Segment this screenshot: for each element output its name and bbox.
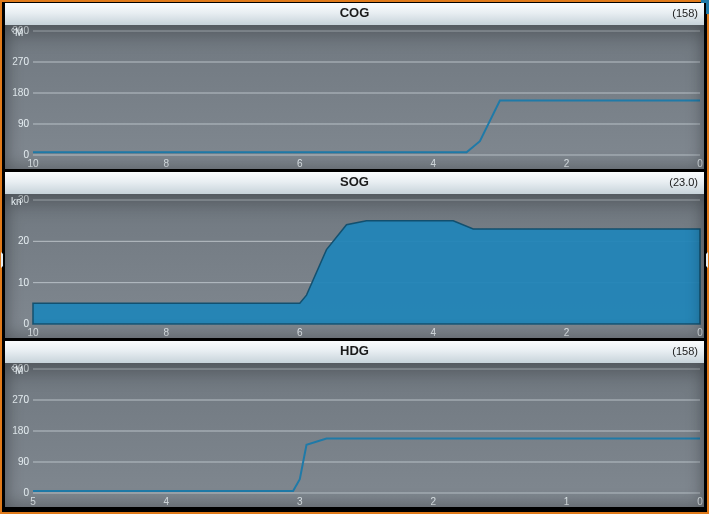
svg-text:10: 10 <box>18 277 30 288</box>
unit-label: °M <box>11 365 23 376</box>
panel-header: HDG (158) <box>5 341 704 364</box>
svg-text:5: 5 <box>30 496 36 507</box>
panel-hdg: HDG (158) °M 090180270360543210 <box>3 341 706 509</box>
svg-text:6: 6 <box>297 158 303 169</box>
svg-text:2: 2 <box>430 496 436 507</box>
svg-text:6: 6 <box>297 327 303 338</box>
panel-header: SOG (23.0) <box>5 172 704 195</box>
panel-title: HDG <box>5 343 704 358</box>
panel-title: COG <box>5 5 704 20</box>
svg-text:180: 180 <box>12 87 29 98</box>
chart-svg: 090180270360543210 <box>5 363 704 507</box>
panel-current-value: (158) <box>672 7 698 19</box>
svg-text:0: 0 <box>697 327 703 338</box>
unit-label: kn <box>11 196 22 207</box>
plot-area[interactable]: °M 0901802703601086420 <box>5 25 704 169</box>
svg-text:90: 90 <box>18 456 30 467</box>
svg-text:270: 270 <box>12 56 29 67</box>
svg-text:4: 4 <box>164 496 170 507</box>
chart-svg: 01020301086420 <box>5 194 704 338</box>
svg-text:4: 4 <box>430 327 436 338</box>
unit-label: °M <box>11 27 23 38</box>
svg-text:1: 1 <box>564 496 570 507</box>
svg-text:10: 10 <box>27 158 39 169</box>
svg-text:0: 0 <box>23 487 29 498</box>
chart-svg: 0901802703601086420 <box>5 25 704 169</box>
instrument-frame: COG (158) °M 0901802703601086420 SOG (23… <box>0 0 709 514</box>
svg-text:270: 270 <box>12 394 29 405</box>
svg-text:2: 2 <box>564 327 570 338</box>
panel-current-value: (158) <box>672 345 698 357</box>
svg-text:3: 3 <box>297 496 303 507</box>
svg-text:20: 20 <box>18 235 30 246</box>
svg-text:180: 180 <box>12 425 29 436</box>
panel-header: COG (158) <box>5 3 704 26</box>
svg-text:2: 2 <box>564 158 570 169</box>
svg-text:8: 8 <box>164 327 170 338</box>
panel-sog: SOG (23.0) kn 01020301086420 <box>3 172 706 340</box>
svg-text:90: 90 <box>18 118 30 129</box>
svg-text:0: 0 <box>697 158 703 169</box>
svg-text:0: 0 <box>697 496 703 507</box>
panel-title: SOG <box>5 174 704 189</box>
plot-area[interactable]: kn 01020301086420 <box>5 194 704 338</box>
svg-text:8: 8 <box>164 158 170 169</box>
plot-area[interactable]: °M 090180270360543210 <box>5 363 704 507</box>
svg-text:4: 4 <box>430 158 436 169</box>
panel-current-value: (23.0) <box>669 176 698 188</box>
panel-cog: COG (158) °M 0901802703601086420 <box>3 3 706 171</box>
svg-text:10: 10 <box>27 327 39 338</box>
